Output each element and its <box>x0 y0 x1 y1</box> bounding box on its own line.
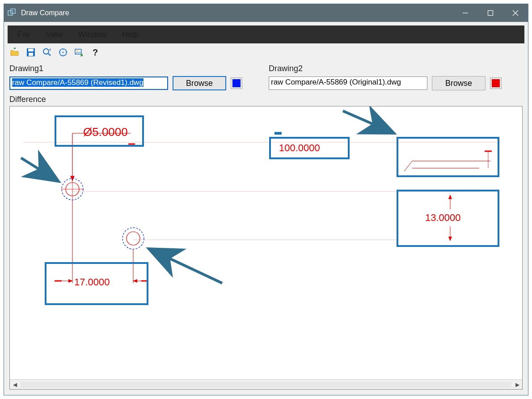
svg-rect-1 <box>11 9 15 13</box>
drawing2-path-input[interactable]: raw Compare/A-55869 (Original1).dwg <box>269 76 427 90</box>
zoom-extents-icon[interactable] <box>42 47 52 58</box>
dim-13: 13.0000 <box>425 212 461 224</box>
highlight-box <box>397 137 499 177</box>
difference-label: Difference <box>4 92 528 106</box>
drawing1-label: Drawing1 <box>9 64 255 73</box>
dim-100: 100.0000 <box>279 142 320 154</box>
maximize-button[interactable] <box>478 4 503 22</box>
highlight-box: 100.0000 <box>269 137 350 159</box>
open-folder-icon[interactable] <box>9 47 20 58</box>
help-icon[interactable]: ? <box>90 47 101 58</box>
app-icon <box>8 8 17 17</box>
app-window: Draw Compare File View Window Help <box>4 4 528 395</box>
highlight-box: Ø5.0000 <box>55 115 144 147</box>
svg-point-30 <box>122 228 144 249</box>
save-disk-icon[interactable] <box>25 47 36 58</box>
svg-line-4 <box>513 10 518 16</box>
svg-text:?: ? <box>93 47 98 57</box>
dim-diameter: Ø5.0000 <box>83 125 128 139</box>
svg-line-5 <box>513 10 518 16</box>
highlight-box: 17.0000 <box>45 262 148 305</box>
window-title: Draw Compare <box>21 9 69 17</box>
menubar: File View Window Help <box>8 25 524 43</box>
highlight-box: 13.0000 <box>397 190 499 247</box>
drawing2-browse-button[interactable]: Browse <box>432 76 486 90</box>
horizontal-scrollbar[interactable]: ◀ ▶ <box>10 379 522 389</box>
menu-file[interactable]: File <box>12 27 36 42</box>
scroll-left-arrow[interactable]: ◀ <box>10 380 20 390</box>
menu-help[interactable]: Help <box>117 27 144 42</box>
drawing2-color-swatch[interactable] <box>490 77 502 89</box>
drawing1-color-swatch[interactable] <box>231 77 242 89</box>
svg-point-18 <box>76 51 78 52</box>
drawing2-label: Drawing2 <box>269 64 515 73</box>
difference-viewport[interactable]: Ø5.0000 100.0000 13.0000 17.0000 <box>9 106 523 390</box>
scroll-track[interactable] <box>21 382 511 388</box>
menu-view[interactable]: View <box>40 27 68 42</box>
drawings-row: Drawing1 raw Compare/A-55869 (Revised1).… <box>4 61 528 92</box>
drawing1-group: Drawing1 raw Compare/A-55869 (Revised1).… <box>9 64 255 90</box>
drawing2-group: Drawing2 raw Compare/A-55869 (Original1)… <box>269 64 515 90</box>
svg-rect-3 <box>488 11 493 16</box>
svg-rect-7 <box>28 49 34 51</box>
drawing1-path-input[interactable]: raw Compare/A-55869 (Revised1).dwg <box>9 76 168 90</box>
svg-point-31 <box>127 232 140 245</box>
dim-17: 17.0000 <box>74 276 110 288</box>
zoom-window-icon[interactable] <box>58 47 68 58</box>
menu-window[interactable]: Window <box>73 27 112 42</box>
scroll-right-arrow[interactable]: ▶ <box>512 380 522 390</box>
image-export-icon[interactable] <box>74 47 84 58</box>
difference-canvas: Ø5.0000 100.0000 13.0000 17.0000 <box>10 106 522 339</box>
svg-rect-8 <box>29 53 33 56</box>
drawing1-browse-button[interactable]: Browse <box>173 76 226 90</box>
titlebar: Draw Compare <box>4 4 528 22</box>
svg-rect-0 <box>8 11 13 15</box>
toolbar: ? <box>4 43 528 61</box>
minimize-button[interactable] <box>453 4 478 22</box>
close-button[interactable] <box>503 4 528 22</box>
svg-point-12 <box>63 52 64 53</box>
